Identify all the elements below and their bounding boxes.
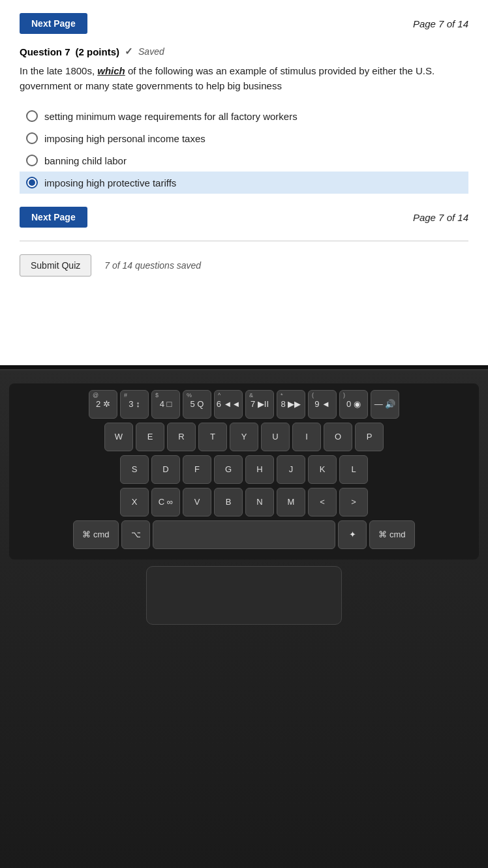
option-text-2: imposing high personal income taxes [44,133,206,144]
key-s[interactable]: S [120,455,149,484]
question-text: In the late 1800s, which of the followin… [20,64,468,93]
key-option-left[interactable]: ⌥ [121,520,150,549]
key-9[interactable]: ( 9 ◄ [308,390,337,419]
key-period[interactable]: > [339,488,368,516]
key-4-top: $ [155,393,159,399]
key-w[interactable]: W [104,423,133,451]
keyboard-area: @ 2 ✲ # 3 ↕ $ 4 □ % 5 Q ^ 6 ◄◄ & 7 ▶II [0,370,488,868]
key-8[interactable]: * 8 ▶▶ [277,390,305,419]
key-6[interactable]: ^ 6 ◄◄ [214,390,243,419]
option-item-1[interactable]: setting minimum wage requirements for al… [20,105,468,127]
key-2[interactable]: @ 2 ✲ [89,390,117,419]
key-7[interactable]: & 7 ▶II [245,390,274,419]
key-p[interactable]: P [355,423,384,451]
key-0[interactable]: ) 0 ◉ [339,390,368,419]
key-n[interactable]: N [245,488,274,516]
screen-bezel-bottom [0,365,488,370]
key-6-main: 6 ◄◄ [217,400,241,409]
key-comma[interactable]: < [308,488,337,516]
key-d[interactable]: D [151,455,180,484]
key-j-label: J [289,465,294,474]
key-2-main: 2 ✲ [96,400,110,409]
key-0-main: 0 ◉ [346,400,361,409]
key-9-main: 9 ◄ [314,400,330,409]
key-t-label: T [210,432,215,441]
key-y[interactable]: Y [230,423,258,451]
key-h-label: H [256,465,262,474]
key-comma-label: < [320,498,325,507]
touchpad[interactable] [146,566,342,625]
key-minus-main: — 🔊 [374,400,396,409]
zxcv-row: X C ∞ V B N M < > [14,488,474,516]
options-list: setting minimum wage requirements for al… [20,105,468,194]
key-t[interactable]: T [198,423,227,451]
key-cmd-right[interactable]: ⌘ cmd [369,520,415,549]
key-k[interactable]: K [308,455,337,484]
saved-check-icon: ✓ [125,46,133,57]
key-x[interactable]: X [120,488,149,516]
key-space[interactable] [153,520,335,549]
asdf-row: S D F G H J K L [14,455,474,484]
key-y-label: Y [241,432,247,441]
radio-1[interactable] [26,110,38,122]
quiz-screen: Next Page Page 7 of 14 Question 7 (2 poi… [0,0,488,365]
option-text-1: setting minimum wage requirements for al… [44,111,297,122]
key-v[interactable]: V [183,488,211,516]
key-3-main: 3 ↕ [129,400,140,409]
submit-quiz-button[interactable]: Submit Quiz [20,254,91,277]
option-item-4[interactable]: imposing high protective tariffs [20,172,468,194]
key-option-right[interactable]: ✦ [338,520,367,549]
radio-2[interactable] [26,132,38,144]
key-r[interactable]: R [167,423,196,451]
key-o[interactable]: O [324,423,352,451]
key-minus[interactable]: — 🔊 [371,390,399,419]
key-i[interactable]: I [292,423,321,451]
key-e-label: E [147,432,153,441]
key-n-label: N [256,498,262,507]
number-row: @ 2 ✲ # 3 ↕ $ 4 □ % 5 Q ^ 6 ◄◄ & 7 ▶II [14,390,474,419]
key-m[interactable]: M [277,488,305,516]
key-s-label: S [132,465,138,474]
next-page-button-top[interactable]: Next Page [20,13,87,34]
key-9-top: ( [312,393,314,399]
key-m-label: M [288,498,295,507]
option-item-3[interactable]: banning child labor [20,149,468,172]
key-5[interactable]: % 5 Q [183,390,211,419]
option-text-4: imposing high protective tariffs [44,177,176,188]
page-info-top: Page 7 of 14 [413,18,468,29]
key-6-top: ^ [218,393,221,399]
key-j[interactable]: J [277,455,305,484]
question-label: Question 7 [20,46,70,57]
key-cmd-right-label: ⌘ cmd [378,530,405,539]
keyboard: @ 2 ✲ # 3 ↕ $ 4 □ % 5 Q ^ 6 ◄◄ & 7 ▶II [9,383,479,560]
key-3[interactable]: # 3 ↕ [120,390,149,419]
key-v-label: V [194,498,200,507]
radio-3[interactable] [26,155,38,166]
question-points: (2 points) [76,46,120,57]
key-f[interactable]: F [183,455,211,484]
key-g[interactable]: G [214,455,243,484]
key-h[interactable]: H [245,455,274,484]
key-cmd-left[interactable]: ⌘ cmd [73,520,119,549]
key-5-top: % [187,393,192,399]
question-header: Question 7 (2 points) ✓ Saved [20,46,468,57]
key-cmd-left-label: ⌘ cmd [82,530,109,539]
key-d-label: D [162,465,168,474]
key-4[interactable]: $ 4 □ [151,390,180,419]
next-page-button-bottom[interactable]: Next Page [20,207,87,228]
key-option-right-label: ✦ [349,530,356,539]
radio-4[interactable] [26,177,38,188]
key-e[interactable]: E [136,423,164,451]
option-item-2[interactable]: imposing high personal income taxes [20,127,468,149]
key-4-main: 4 □ [160,400,172,409]
key-b-label: B [226,498,232,507]
bottom-row: ⌘ cmd ⌥ ✦ ⌘ cmd [14,520,474,549]
key-u-label: U [272,432,278,441]
key-option-left-label: ⌥ [131,530,141,539]
key-b[interactable]: B [214,488,243,516]
key-u[interactable]: U [261,423,290,451]
key-l[interactable]: L [339,455,368,484]
key-2-top: @ [93,393,99,399]
submit-area: Submit Quiz 7 of 14 questions saved [20,254,468,277]
key-c[interactable]: C ∞ [151,488,180,516]
